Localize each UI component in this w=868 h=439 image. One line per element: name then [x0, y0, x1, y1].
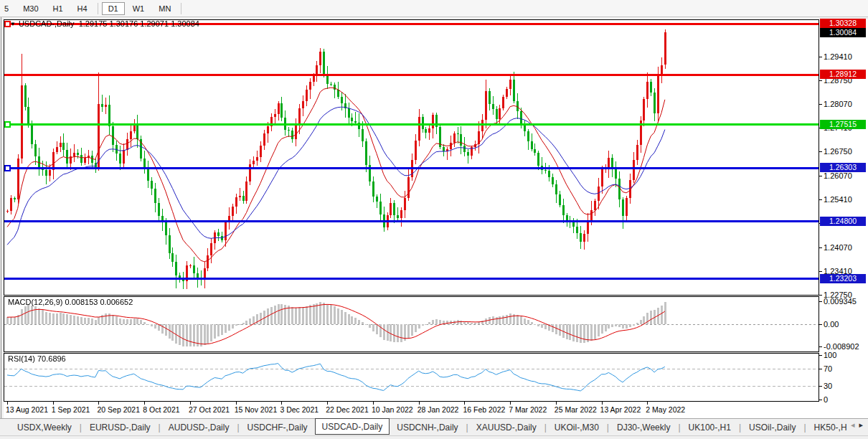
symbol-tab-bar: USDX,Weekly|EURUSD-,Daily|AUDUSD-,Daily|… [0, 418, 868, 435]
timeframe-button-d1[interactable]: D1 [102, 2, 125, 15]
date-label: 28 Jan 2022 [418, 405, 459, 414]
tab-dj30-weekly[interactable]: DJ30-,Weekly [610, 420, 677, 435]
date-label: 3 Dec 2021 [280, 405, 319, 414]
date-tick [236, 402, 237, 405]
date-label: 13 Aug 2021 [6, 405, 48, 414]
price-badge: 1.30328 [820, 19, 866, 28]
hline-1.28912[interactable] [4, 74, 819, 76]
macd-indicator-label: MACD(12,26,9) 0.008153 0.006652 [8, 298, 133, 306]
symbol-dropdown-icon[interactable]: ▼ [10, 21, 16, 27]
tab-usdx-weekly[interactable]: USDX,Weekly [10, 420, 79, 435]
timeframe-button-h4[interactable]: H4 [71, 2, 94, 15]
price-badge: 1.30084 [820, 28, 866, 37]
tab-xauusd-daily[interactable]: XAUUSD-,Daily [469, 420, 544, 435]
date-label: 10 Jan 2022 [372, 405, 413, 414]
price-tick [819, 151, 822, 152]
price-tick [819, 295, 822, 296]
date-label: 20 Sep 2021 [97, 405, 140, 414]
price-tick [819, 104, 822, 105]
rsi-value: 70.6896 [37, 354, 66, 363]
tab-ukoil-m30[interactable]: UKOil-,M30 [547, 420, 606, 435]
window-bottom-strip [0, 435, 868, 439]
tab-separator: | [678, 423, 680, 433]
price-badge: 1.28912 [820, 70, 866, 79]
price-tick [819, 176, 822, 176]
chart-ohlc-readout: 1.29175 1.30176 1.29071 1.30084 [79, 19, 199, 28]
tab-scroll-right-icon[interactable]: ▸ [859, 420, 863, 429]
macd-tick [819, 301, 822, 302]
tab-uk100-h1[interactable]: UK100-,H1 [681, 420, 738, 435]
tab-separator: | [544, 423, 547, 433]
line-handle-icon[interactable] [4, 165, 11, 171]
date-tick [602, 402, 603, 405]
macd-tick [819, 324, 822, 325]
tab-separator: | [739, 423, 741, 433]
date-tick [510, 402, 511, 405]
rsi-canvas[interactable] [4, 354, 819, 401]
hline-1.26303[interactable] [4, 167, 819, 169]
price-tick-label: 1.28070 [824, 100, 852, 108]
line-handle-icon[interactable] [4, 121, 11, 128]
price-tick-label: 1.29410 [824, 52, 852, 61]
timeframe-button-h1[interactable]: H1 [47, 2, 70, 15]
timeframe-button-5[interactable]: 5 [0, 2, 15, 15]
tab-eurusd-daily[interactable]: EURUSD-,Daily [82, 420, 158, 435]
candlestick-chart-canvas[interactable] [4, 20, 819, 295]
date-tick [144, 402, 145, 405]
tab-separator: | [237, 423, 239, 433]
hline-1.23203[interactable] [4, 278, 819, 280]
rsi-axis-label: 0 [824, 395, 828, 404]
date-label: 22 Dec 2021 [326, 405, 369, 414]
price-tick [819, 271, 822, 272]
rsi-tick [819, 400, 822, 400]
date-tick [281, 402, 282, 405]
hline-1.27515[interactable] [4, 123, 819, 126]
timeframe-button-w1[interactable]: W1 [126, 2, 151, 15]
date-tick [556, 402, 557, 405]
main-chart-panel[interactable] [4, 19, 819, 296]
date-label: 25 Mar 2022 [555, 405, 597, 414]
price-tick [819, 80, 822, 81]
date-tick [647, 402, 648, 405]
macd-tick [819, 346, 822, 347]
macd-axis-label: 0.00 [824, 320, 839, 329]
date-tick [7, 402, 8, 405]
macd-axis-label: -0.008902 [824, 342, 859, 351]
timeframe-button-mn[interactable]: MN [152, 2, 177, 15]
toolbar-divider [181, 3, 181, 14]
timeframe-button-m30[interactable]: M30 [16, 2, 44, 15]
rsi-tick [819, 386, 822, 387]
date-label: 16 Feb 2022 [463, 405, 505, 414]
date-label: 2 May 2022 [646, 405, 685, 414]
tab-separator: | [159, 423, 161, 433]
price-tick-label: 1.26750 [824, 147, 852, 156]
rsi-name: RSI(14) [8, 354, 35, 363]
rsi-panel[interactable] [4, 353, 819, 402]
tab-scroll-left-icon[interactable]: ◂ [851, 420, 855, 429]
date-label: 7 Mar 2022 [509, 405, 547, 414]
tab-separator: | [466, 423, 468, 433]
tab-usdchf-daily[interactable]: USDCHF-,Daily [240, 420, 315, 435]
tab-usoil-daily[interactable]: USOil-,Daily [742, 420, 803, 435]
tab-separator: | [607, 423, 609, 433]
tab-audusd-daily[interactable]: AUDUSD-,Daily [161, 420, 237, 435]
rsi-tick [819, 355, 822, 356]
price-badge: 1.26303 [820, 163, 866, 172]
tab-separator: | [80, 423, 82, 433]
price-badge: 1.27515 [820, 120, 866, 129]
tab-hk50-h[interactable]: HK50-,H [807, 420, 854, 435]
date-label: 27 Oct 2021 [189, 405, 230, 414]
date-label: 15 Nov 2021 [235, 405, 278, 414]
chart-symbol-label: USDCAD-,Daily [19, 19, 75, 28]
date-tick [53, 402, 54, 405]
timeframe-toolbar: 5M30H1H4D1W1MN [0, 0, 868, 17]
price-badge: 1.24800 [820, 217, 866, 226]
date-tick [327, 402, 328, 405]
price-tick-label: 1.24070 [824, 243, 852, 252]
tab-usdcnh-daily[interactable]: USDCNH-,Daily [390, 420, 465, 435]
hline-1.24800[interactable] [4, 220, 819, 222]
tab-scroll-arrows: ◂▸ [849, 420, 865, 430]
rsi-axis-label: 30 [824, 382, 832, 390]
date-tick [464, 402, 465, 405]
tab-usdcad-daily[interactable]: USDCAD-,Daily [315, 418, 390, 435]
